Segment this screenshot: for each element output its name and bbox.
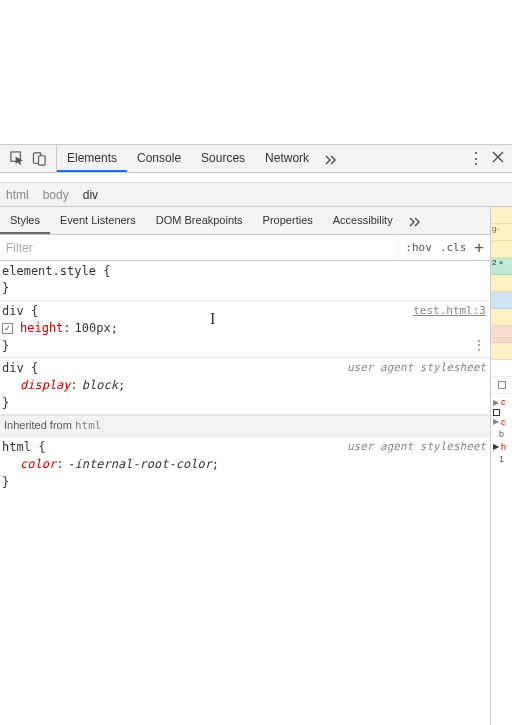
subtab-event-listeners[interactable]: Event Listeners bbox=[50, 207, 146, 234]
selector-text: html bbox=[2, 440, 31, 454]
gutter-swatch[interactable] bbox=[491, 326, 512, 343]
new-style-rule-icon[interactable]: + bbox=[474, 238, 484, 257]
gutter-swatch[interactable] bbox=[491, 292, 512, 309]
kebab-menu-icon[interactable]: ⋮ bbox=[468, 151, 484, 167]
source-link[interactable]: test.html:3 bbox=[413, 303, 486, 319]
crumb-body[interactable]: body bbox=[43, 188, 69, 202]
cls-toggle[interactable]: .cls bbox=[440, 241, 467, 254]
crumb-div[interactable]: div bbox=[83, 188, 98, 202]
inherited-from-bar: Inherited from html bbox=[0, 415, 490, 437]
inherited-prefix: Inherited from bbox=[4, 419, 72, 431]
subtab-dom-breakpoints[interactable]: DOM Breakpoints bbox=[146, 207, 253, 234]
computed-gutter: g- 2 × ▶c ▶c b ▶h 1 bbox=[490, 207, 512, 725]
close-brace: } bbox=[2, 339, 9, 353]
device-toggle-icon[interactable] bbox=[28, 148, 50, 170]
gutter-tree[interactable]: ▶c ▶c b ▶h 1 bbox=[491, 394, 512, 468]
property-line[interactable]: ✓ height: 100px; bbox=[2, 320, 490, 337]
devtools-toolbar: Elements Console Sources Network ⋮ bbox=[0, 145, 512, 173]
prop-enable-checkbox[interactable]: ✓ bbox=[2, 323, 13, 334]
style-rules: element.style { } test.html:3 div { ✓ he… bbox=[0, 261, 490, 725]
ua-stylesheet-label: user agent stylesheet bbox=[347, 439, 486, 455]
inspect-icon[interactable] bbox=[6, 148, 28, 170]
gutter-swatch[interactable] bbox=[491, 275, 512, 292]
toolbar-icons bbox=[0, 145, 57, 172]
rule-div-ua: user agent stylesheet div { display: blo… bbox=[0, 358, 490, 415]
ua-stylesheet-label: user agent stylesheet bbox=[347, 360, 486, 376]
rule-kebab-icon[interactable]: ⋮ bbox=[472, 335, 486, 355]
prop-value: -internal-root-color bbox=[67, 456, 212, 473]
prop-name: color bbox=[20, 456, 56, 473]
gutter-swatch[interactable]: g- bbox=[491, 224, 512, 241]
subtab-styles[interactable]: Styles bbox=[0, 207, 50, 234]
gutter-spacer bbox=[491, 377, 512, 394]
close-brace: } bbox=[2, 475, 9, 489]
breadcrumbs: html body div bbox=[0, 183, 512, 207]
close-brace: } bbox=[2, 396, 9, 410]
tab-elements[interactable]: Elements bbox=[57, 145, 127, 172]
property-line: display: block; bbox=[2, 377, 490, 394]
selector-text: div bbox=[2, 361, 24, 375]
gutter-swatch[interactable] bbox=[491, 309, 512, 326]
gutter-swatch[interactable] bbox=[491, 343, 512, 360]
tab-sources[interactable]: Sources bbox=[191, 145, 255, 172]
tab-network[interactable]: Network bbox=[255, 145, 319, 172]
tabs-overflow-icon[interactable] bbox=[319, 145, 341, 172]
rule-element-style[interactable]: element.style { } bbox=[0, 261, 490, 301]
subtab-properties[interactable]: Properties bbox=[253, 207, 323, 234]
gutter-spacer bbox=[491, 360, 512, 377]
open-brace: { bbox=[38, 440, 45, 454]
styles-pane: Styles Event Listeners DOM Breakpoints P… bbox=[0, 207, 490, 725]
prop-value: block bbox=[82, 377, 118, 394]
dom-tree-panel[interactable] bbox=[0, 173, 512, 183]
filter-tools: :hov .cls + bbox=[398, 235, 490, 260]
toolbar-right: ⋮ bbox=[468, 151, 512, 167]
lower-panes: Styles Event Listeners DOM Breakpoints P… bbox=[0, 207, 512, 725]
text-caret bbox=[210, 307, 211, 325]
subtabs-overflow-icon[interactable] bbox=[403, 214, 425, 228]
prop-value[interactable]: 100px bbox=[75, 320, 111, 337]
rule-html-ua: user agent stylesheet html { color: -int… bbox=[0, 437, 490, 493]
page-viewport bbox=[0, 0, 512, 145]
close-brace: } bbox=[2, 281, 9, 295]
prop-name[interactable]: height bbox=[20, 320, 63, 337]
gutter-swatch[interactable] bbox=[491, 207, 512, 224]
rule-div-user[interactable]: test.html:3 div { ✓ height: 100px; } ⋮ bbox=[0, 301, 490, 358]
sub-tabs: Styles Event Listeners DOM Breakpoints P… bbox=[0, 207, 490, 235]
main-tabs: Elements Console Sources Network bbox=[57, 145, 341, 172]
gutter-swatch[interactable]: 2 × bbox=[491, 258, 512, 275]
selector-text: div bbox=[2, 304, 24, 318]
svg-rect-2 bbox=[38, 156, 45, 165]
inherited-tag[interactable]: html bbox=[75, 419, 102, 432]
gutter-swatch[interactable] bbox=[491, 241, 512, 258]
filter-input[interactable] bbox=[0, 235, 398, 260]
open-brace: { bbox=[31, 304, 38, 318]
selector-text: element.style bbox=[2, 264, 96, 278]
crumb-html[interactable]: html bbox=[6, 188, 29, 202]
open-brace: { bbox=[103, 264, 110, 278]
close-icon[interactable] bbox=[492, 151, 504, 166]
open-brace: { bbox=[31, 361, 38, 375]
hov-toggle[interactable]: :hov bbox=[405, 241, 432, 254]
property-line: color: -internal-root-color; bbox=[2, 456, 490, 473]
gutter-checkbox-icon[interactable] bbox=[498, 381, 506, 389]
tab-console[interactable]: Console bbox=[127, 145, 191, 172]
box-icon bbox=[493, 409, 500, 416]
subtab-accessibility[interactable]: Accessibility bbox=[323, 207, 403, 234]
filter-row: :hov .cls + bbox=[0, 235, 490, 261]
prop-name: display bbox=[20, 377, 71, 394]
